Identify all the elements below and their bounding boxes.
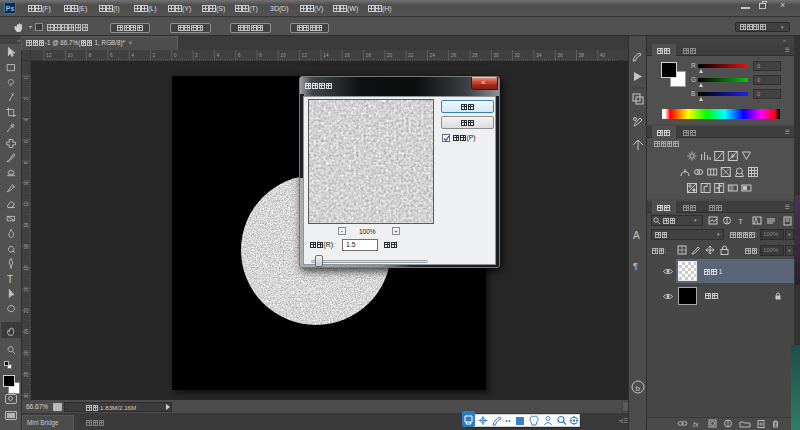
- svg-text:22: 22: [408, 52, 414, 58]
- svg-text:40: 40: [600, 52, 606, 58]
- svg-text:4: 4: [23, 119, 29, 122]
- svg-text:4: 4: [131, 52, 134, 58]
- svg-text:12: 12: [46, 52, 52, 58]
- svg-text:10: 10: [280, 52, 286, 58]
- svg-text:10: 10: [67, 52, 73, 58]
- svg-text:0: 0: [174, 52, 177, 58]
- svg-text:18: 18: [23, 265, 29, 271]
- svg-text:0: 0: [23, 76, 29, 79]
- svg-text:18: 18: [366, 52, 372, 58]
- svg-text:16: 16: [23, 244, 29, 250]
- svg-text:6: 6: [110, 52, 113, 58]
- svg-text:T: T: [738, 217, 743, 226]
- svg-text:2: 2: [23, 97, 29, 100]
- svg-text:8: 8: [23, 161, 29, 164]
- svg-text:36: 36: [557, 52, 563, 58]
- svg-text:6: 6: [238, 52, 241, 58]
- svg-text:20: 20: [387, 52, 393, 58]
- svg-text:6: 6: [23, 140, 29, 143]
- svg-text:4: 4: [216, 52, 219, 58]
- svg-text:32: 32: [515, 52, 521, 58]
- svg-text:8: 8: [89, 52, 92, 58]
- svg-text:¶: ¶: [633, 261, 638, 271]
- svg-text:T: T: [7, 274, 13, 285]
- svg-text:26: 26: [23, 350, 29, 356]
- svg-text:b: b: [636, 384, 641, 393]
- svg-text:30: 30: [493, 52, 499, 58]
- svg-text:14: 14: [323, 52, 329, 58]
- svg-text:22: 22: [23, 308, 29, 314]
- svg-text:12: 12: [302, 52, 308, 58]
- svg-text:28: 28: [23, 371, 29, 377]
- svg-text:24: 24: [23, 329, 29, 335]
- svg-text:fx: fx: [693, 421, 699, 428]
- svg-text:38: 38: [579, 52, 585, 58]
- svg-text:16: 16: [344, 52, 350, 58]
- svg-text:2: 2: [153, 52, 156, 58]
- svg-text:24: 24: [429, 52, 435, 58]
- svg-text:2: 2: [195, 52, 198, 58]
- svg-text:30: 30: [23, 393, 29, 399]
- svg-text:10: 10: [23, 180, 29, 186]
- svg-text:12: 12: [23, 201, 29, 207]
- svg-text:28: 28: [472, 52, 478, 58]
- svg-text:8: 8: [259, 52, 262, 58]
- svg-text:A: A: [633, 230, 640, 241]
- svg-text:20: 20: [23, 286, 29, 292]
- svg-text:14: 14: [23, 222, 29, 228]
- svg-text:34: 34: [536, 52, 542, 58]
- svg-text:26: 26: [451, 52, 457, 58]
